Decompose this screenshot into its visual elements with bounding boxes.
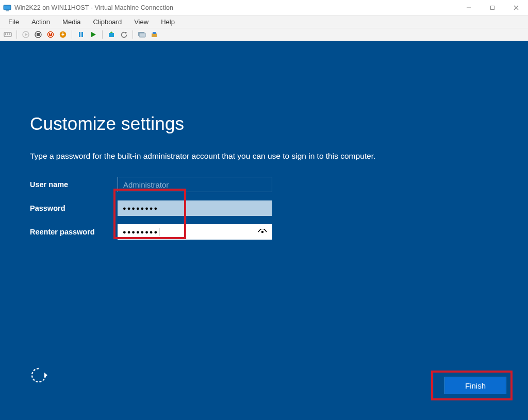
titlebar: Win2K22 on WIN11HOST - Virtual Machine C… (0, 0, 528, 15)
row-username: User name Administrator (30, 176, 498, 193)
svg-rect-19 (81, 32, 83, 37)
svg-rect-7 (5, 33, 6, 35)
text-caret (159, 228, 159, 236)
row-reenter: Reenter password ●●●●●●●● (30, 224, 498, 240)
svg-point-28 (261, 231, 263, 233)
finish-label: Finish (465, 381, 486, 390)
ctrl-alt-del-icon[interactable] (3, 30, 12, 39)
svg-rect-0 (4, 5, 11, 10)
row-password: Password ●●●●●●●● (30, 200, 498, 216)
svg-marker-29 (44, 373, 47, 378)
menu-media[interactable]: Media (57, 17, 86, 27)
instruction-text: Type a password for the built-in adminis… (30, 152, 498, 161)
label-username: User name (30, 180, 118, 189)
menu-action[interactable]: Action (26, 17, 55, 27)
finish-wrap: Finish (444, 377, 506, 394)
app-icon (3, 4, 11, 12)
revert-icon[interactable] (119, 30, 128, 39)
pause-icon[interactable] (76, 30, 86, 39)
reset-icon[interactable] (89, 30, 98, 39)
svg-rect-26 (152, 33, 157, 37)
toolbar (0, 28, 528, 41)
username-field: Administrator (118, 177, 272, 192)
username-value: Administrator (123, 180, 169, 189)
maximize-button[interactable] (481, 0, 504, 15)
label-password: Password (30, 204, 118, 212)
minimize-button[interactable] (457, 0, 481, 15)
reveal-password-icon[interactable] (258, 229, 267, 235)
svg-rect-18 (79, 32, 80, 37)
svg-marker-22 (110, 31, 113, 33)
vm-screen: Customize settings Type a password for t… (0, 41, 528, 420)
svg-rect-27 (153, 32, 156, 34)
svg-marker-23 (125, 32, 127, 34)
reenter-password-field[interactable]: ●●●●●●●● (118, 224, 272, 240)
password-mask: ●●●●●●●● (123, 205, 158, 211)
label-reenter: Reenter password (30, 228, 118, 236)
svg-rect-9 (9, 33, 10, 35)
checkpoint-icon[interactable] (107, 30, 116, 39)
svg-marker-11 (25, 33, 28, 36)
svg-rect-21 (109, 33, 114, 37)
menu-file[interactable]: File (3, 17, 24, 27)
close-button[interactable] (504, 0, 528, 15)
share-icon[interactable] (150, 30, 159, 39)
page-title: Customize settings (30, 113, 498, 134)
svg-rect-1 (6, 10, 9, 11)
finish-button[interactable]: Finish (444, 377, 506, 394)
svg-marker-20 (91, 32, 96, 37)
oobe-panel: Customize settings Type a password for t… (30, 113, 498, 247)
ease-of-access-icon[interactable] (30, 366, 47, 384)
start-icon[interactable] (21, 30, 30, 39)
password-field[interactable]: ●●●●●●●● (118, 200, 272, 216)
svg-rect-25 (139, 33, 145, 37)
svg-rect-13 (37, 33, 40, 36)
turn-off-icon[interactable] (34, 30, 43, 39)
menu-view[interactable]: View (129, 17, 154, 27)
svg-rect-3 (491, 6, 494, 9)
reenter-mask: ●●●●●●●● (123, 229, 158, 235)
save-icon[interactable] (58, 30, 68, 39)
shutdown-icon[interactable] (46, 30, 55, 39)
window-controls (457, 0, 528, 15)
enhanced-session-icon[interactable] (137, 30, 146, 39)
menu-clipboard[interactable]: Clipboard (88, 17, 127, 27)
menu-help[interactable]: Help (156, 17, 180, 27)
menubar: File Action Media Clipboard View Help (0, 15, 528, 28)
window-title: Win2K22 on WIN11HOST - Virtual Machine C… (14, 4, 173, 11)
svg-rect-8 (7, 33, 8, 35)
